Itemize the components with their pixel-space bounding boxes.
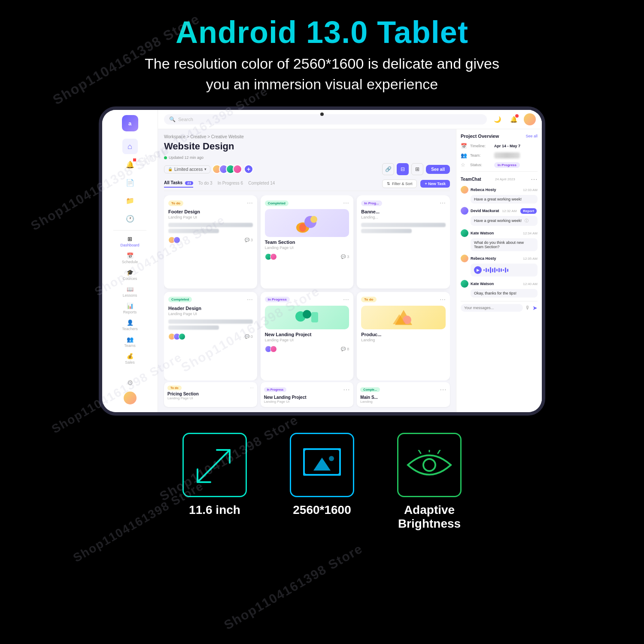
card-menu-button[interactable]: ⋯ — [343, 386, 350, 394]
search-box[interactable]: 🔍 Search — [164, 114, 487, 125]
resolution-icon-box — [290, 433, 354, 497]
app-main: 🔍 Search 🌙 🔔 — [158, 110, 542, 412]
diagonal-arrow-icon — [193, 444, 236, 486]
status-badge: Completed — [168, 297, 192, 302]
task-card-banner: In Prog... ⋯ Banne... Landing... — [357, 195, 450, 289]
svg-rect-6 — [311, 312, 318, 322]
task-subtitle: Landing... — [361, 215, 446, 219]
feature-size: 11.6 inch — [182, 433, 247, 531]
link-button[interactable]: 🔗 — [382, 163, 394, 175]
page-subtitle: The resolution color of 2560*1600 is del… — [0, 54, 644, 94]
feature-resolution: 2560*1600 — [290, 433, 354, 531]
grid-view-button[interactable]: ⊟ — [397, 163, 409, 175]
task-title: Banne... — [361, 209, 446, 214]
tab-todo[interactable]: To do 3 — [198, 181, 213, 187]
project-area: Workspace > Creative > Creative Website … — [158, 129, 456, 412]
brightness-icon-box — [397, 433, 462, 497]
card-menu-button[interactable]: ⋯ — [247, 200, 253, 207]
svg-line-17 — [438, 450, 440, 453]
task-subtitle: Landing Page UI — [168, 215, 253, 219]
play-button[interactable]: ▶ — [474, 266, 482, 274]
sidebar-item-teams[interactable]: 👥 Teams — [106, 334, 154, 350]
svg-line-15 — [419, 450, 421, 453]
chat-title: TeamChat — [461, 177, 481, 182]
team-avatars-blurred — [494, 152, 520, 158]
card-menu-button[interactable]: ⋯ — [247, 296, 253, 303]
sidebar-avatar[interactable] — [124, 392, 137, 404]
tab-inprogress[interactable]: In Progress 6 — [218, 181, 243, 187]
card-menu-button[interactable]: ⋯ — [440, 296, 446, 303]
feature-brightness: AdaptiveBrightness — [397, 433, 462, 531]
feature-label-resolution: 2560*1600 — [293, 503, 351, 517]
sidebar-item-reports[interactable]: 📊 Reports — [106, 300, 154, 317]
see-all-button[interactable]: See all — [526, 134, 538, 138]
sidebar-item-notification[interactable]: 🔔 — [122, 157, 138, 172]
star-icon: ☆ — [461, 162, 468, 168]
access-badge[interactable]: 🔒 Limited access ▾ — [164, 165, 210, 173]
new-task-button[interactable]: + New Task — [420, 180, 450, 188]
sidebar-item-courses[interactable]: 🎓 Cources — [106, 267, 154, 283]
sidebar-item-settings[interactable]: ⚙ — [122, 375, 138, 390]
svg-line-10 — [197, 450, 230, 482]
send-button[interactable]: ➤ — [532, 304, 538, 311]
card-menu-button[interactable]: ⋯ — [343, 200, 349, 207]
sidebar-item-dashboard[interactable]: ⊞ Dashboard — [106, 233, 154, 250]
chat-date: 24 April 2023 — [495, 177, 515, 181]
chat-input[interactable] — [461, 304, 523, 312]
camera-dot — [320, 112, 324, 116]
card-menu-button[interactable]: ⋯ — [440, 386, 447, 394]
info-icon[interactable]: ⓘ — [525, 219, 529, 223]
voice-message: ▶ — [471, 264, 538, 276]
kanban-row3: To do ⋯ Pricing Section Landing Page UI … — [164, 382, 450, 407]
sidebar-item-clock[interactable]: 🕐 — [122, 211, 138, 226]
filter-sort-button[interactable]: ⇅ Filter & Sort — [382, 179, 417, 188]
page-header: Android 13.0 Tablet The resolution color… — [0, 0, 644, 99]
chat-menu-button[interactable]: ⋯ — [531, 175, 538, 183]
sidebar-item-teachers[interactable]: 👤 Teachers — [106, 317, 154, 334]
search-input[interactable]: Search — [178, 117, 482, 122]
tab-completed[interactable]: Completed 14 — [248, 181, 275, 187]
sidebar-item-lessons[interactable]: 📖 Lessons — [106, 283, 154, 300]
task-card-new-landing: In Progress ⋯ — [261, 292, 354, 381]
bell-icon[interactable]: 🔔 — [507, 113, 519, 125]
sidebar-item-sales[interactable]: 💰 Sales — [106, 350, 154, 367]
copy-link-button[interactable]: See all — [426, 165, 450, 174]
sidebar-item-folder[interactable]: 📁 — [122, 193, 138, 208]
chat-section: TeamChat 24 April 2023 ⋯ Rebeca Hosty 12… — [461, 171, 538, 312]
sidebar-item-doc[interactable]: 📄 — [122, 175, 138, 190]
card-menu-button[interactable]: ⋯ — [343, 296, 349, 303]
card-menu-button[interactable]: ⋯ — [440, 200, 446, 207]
card-menu-button[interactable]: ⋯ — [250, 386, 254, 390]
task-card-new-landing2: In Progress ⋯ New Landing Project Landin… — [261, 382, 354, 407]
chat-message-5: Kate Watson 12:40 AM Okay, thanks for th… — [461, 280, 538, 298]
card-image — [265, 209, 349, 237]
page-title: Android 13.0 Tablet — [0, 15, 644, 49]
tab-all-tasks[interactable]: All Tasks 23 — [164, 180, 193, 188]
sidebar-item-schedule[interactable]: 📅 Schedule — [106, 250, 154, 267]
feature-label-brightness: AdaptiveBrightness — [398, 503, 461, 531]
microphone-icon[interactable]: 🎙 — [525, 305, 530, 311]
task-card-header-design: Completed ⋯ Header Design Landing Page U… — [164, 292, 257, 381]
report-badge: Report — [520, 208, 537, 214]
status-badge: In Progress — [494, 162, 520, 168]
chat-message-4: Rebeca Hosty 12:35 AM ▶ — [461, 255, 538, 276]
svg-marker-12 — [313, 458, 331, 471]
chat-message-1: Rebeca Hosty 12:33 AM Have a great worki… — [461, 186, 538, 204]
avatar-stack — [215, 164, 242, 174]
team-row: 👥 Team: — [461, 152, 538, 158]
tablet-screen: a ⌂ 🔔 📄 📁 🕐 ⊞ Dashboard 📅 — [102, 110, 542, 412]
task-subtitle: Landing Page UI — [265, 338, 349, 342]
panel-title: Project Overview — [461, 134, 499, 139]
user-avatar[interactable] — [524, 113, 536, 125]
card-image — [265, 306, 349, 329]
app-sidebar: a ⌂ 🔔 📄 📁 🕐 ⊞ Dashboard 📅 — [102, 110, 158, 412]
sidebar-item-home[interactable]: ⌂ — [122, 139, 138, 154]
moon-icon[interactable]: 🌙 — [491, 113, 503, 125]
project-title: Website Design — [164, 141, 450, 152]
chat-message-3: Kate Watson 12:34 AM What do you think a… — [461, 229, 538, 251]
sidebar-logo: a — [122, 115, 138, 131]
layout-button[interactable]: ⊞ — [411, 163, 423, 175]
svg-point-14 — [423, 459, 435, 471]
add-member-button[interactable]: + — [244, 164, 253, 174]
task-card-team-section: Completed ⋯ — [261, 195, 354, 289]
